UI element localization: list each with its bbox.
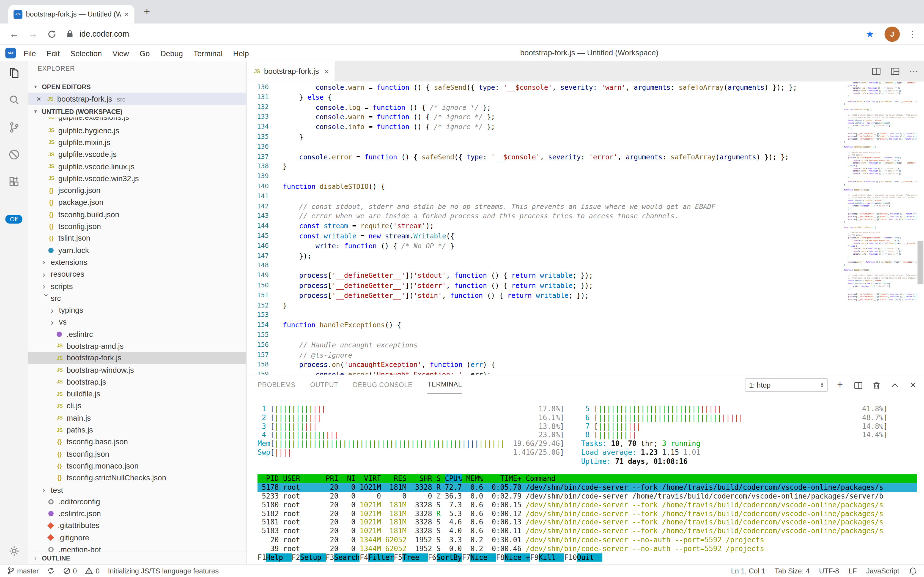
- settings-gear-icon[interactable]: [7, 544, 21, 558]
- forward-icon[interactable]: →: [28, 29, 38, 39]
- more-actions-icon[interactable]: ⋯: [909, 66, 918, 77]
- panel-tab-output[interactable]: OUTPUT: [310, 376, 338, 393]
- open-editor-item[interactable]: × JS bootstrap-fork.js src: [28, 92, 246, 105]
- file-tree-item[interactable]: .gitignore: [28, 532, 246, 543]
- file-tree-item[interactable]: JSbuildfile.js: [28, 388, 246, 400]
- browser-tab[interactable]: </> bootstrap-fork.js — Untitled (W ×: [8, 5, 134, 24]
- file-tree-item[interactable]: {}jsconfig.json: [28, 184, 246, 196]
- browser-menu-icon[interactable]: ⋮: [908, 29, 917, 39]
- menu-edit[interactable]: Edit: [41, 49, 65, 58]
- file-tree-item[interactable]: {}package.json: [28, 196, 246, 208]
- file-tree-item[interactable]: {}tsconfig.base.json: [28, 436, 246, 448]
- code-line[interactable]: const writable = new stream.Writable({: [283, 231, 842, 241]
- minimap[interactable]: console.warn = function () { safeSend({ …: [844, 82, 917, 301]
- code-line[interactable]: }: [283, 301, 842, 311]
- file-tree-item[interactable]: ›scripts: [28, 280, 246, 292]
- file-tree-item[interactable]: JScli.js: [28, 400, 246, 412]
- file-tree-item[interactable]: JSgulpfile.vscode.linux.js: [28, 161, 246, 172]
- file-tree-item[interactable]: JSgulpfile.extensions.js: [28, 117, 246, 124]
- code-line[interactable]: }: [283, 132, 842, 142]
- file-tree-item[interactable]: yarn.lock: [28, 244, 246, 256]
- file-tree-item[interactable]: .eslintrc.json: [28, 508, 246, 519]
- status-javascript[interactable]: JavaScript: [866, 567, 899, 575]
- code-line[interactable]: console.info = function () { /* ignore *…: [283, 122, 842, 132]
- file-tree-item[interactable]: JSpaths.js: [28, 424, 246, 436]
- code-line[interactable]: function disableSTDIO() {: [283, 182, 842, 192]
- notifications-bell-icon[interactable]: [909, 567, 917, 575]
- file-tree-item[interactable]: JSgulpfile.mixin.js: [28, 137, 246, 148]
- code-line[interactable]: } else {: [283, 92, 842, 102]
- code-line[interactable]: console.log = function () { /* ignore */…: [283, 102, 842, 112]
- sync-status[interactable]: [47, 567, 55, 575]
- file-tree-item[interactable]: {}tsconfig.monaco.json: [28, 460, 246, 472]
- kill-terminal-trash-icon[interactable]: [871, 380, 881, 390]
- close-panel-icon[interactable]: ×: [908, 380, 918, 390]
- file-tree-item[interactable]: ›resources: [28, 268, 246, 280]
- file-tree-item[interactable]: .gitattributes: [28, 520, 246, 532]
- code-line[interactable]: [283, 142, 842, 152]
- menu-terminal[interactable]: Terminal: [188, 49, 228, 58]
- debug-icon[interactable]: [7, 148, 21, 161]
- errors-status[interactable]: 0: [63, 567, 77, 575]
- file-tree-item[interactable]: {}tsconfig.json: [28, 220, 246, 232]
- code-line[interactable]: write: function () { /* No OP */ }: [283, 241, 842, 251]
- file-tree-item[interactable]: {}tsconfig.strictNullChecks.json: [28, 472, 246, 484]
- file-tree-item[interactable]: ›extensions: [28, 256, 246, 268]
- file-tree-item[interactable]: JSbootstrap-fork.js: [28, 352, 246, 364]
- code-line[interactable]: [283, 192, 842, 201]
- file-tree-item[interactable]: JSgulpfile.vscode.js: [28, 148, 246, 160]
- code-line[interactable]: // Handle uncaught exceptions: [283, 340, 842, 350]
- menu-go[interactable]: Go: [134, 49, 155, 58]
- code-line[interactable]: [283, 311, 842, 321]
- code-line[interactable]: process['__defineGetter__']('stdout', fu…: [283, 271, 842, 281]
- split-editor-icon[interactable]: [871, 66, 881, 76]
- code-line[interactable]: console.error('Uncaught Exception: ', er…: [283, 370, 842, 375]
- code-line[interactable]: process.on('uncaughtException', function…: [283, 360, 842, 370]
- new-tab-button[interactable]: +: [144, 5, 150, 18]
- search-icon[interactable]: [7, 93, 21, 107]
- file-tree-item[interactable]: ›typings: [28, 304, 246, 316]
- terminal[interactable]: 1 [|||||||||||| 17.8%] 5 [||||||||||||||…: [257, 396, 917, 562]
- new-terminal-icon[interactable]: +: [835, 380, 845, 390]
- file-tree-item[interactable]: .eslintrc: [28, 328, 246, 340]
- extensions-icon[interactable]: [7, 174, 21, 189]
- file-tree-item[interactable]: {}tsconfig.json: [28, 448, 246, 460]
- panel-tab-problems[interactable]: PROBLEMS: [257, 376, 296, 393]
- file-tree-item[interactable]: ›vs: [28, 316, 246, 328]
- back-icon[interactable]: ←: [10, 29, 19, 39]
- close-tab-icon[interactable]: ×: [324, 66, 329, 76]
- close-editor-icon[interactable]: ×: [37, 94, 46, 103]
- code-line[interactable]: function handleExceptions() {: [283, 321, 842, 330]
- menu-selection[interactable]: Selection: [65, 49, 107, 58]
- editor-tab[interactable]: JS bootstrap-fork.js ×: [247, 61, 336, 82]
- maximize-panel-icon[interactable]: [890, 380, 900, 390]
- off-toggle-badge[interactable]: Off: [5, 215, 22, 224]
- bookmark-star-icon[interactable]: ★: [866, 29, 874, 39]
- code-line[interactable]: const stream = require('stream');: [283, 221, 842, 231]
- code-line[interactable]: }: [283, 162, 842, 172]
- menu-view[interactable]: View: [107, 49, 134, 58]
- source-control-icon[interactable]: [7, 120, 21, 134]
- tab-close-icon[interactable]: ×: [124, 10, 129, 19]
- code-editor[interactable]: 1301311321331341351361371381391401411421…: [247, 82, 924, 375]
- editor-layout-icon[interactable]: [890, 66, 900, 76]
- outline-header[interactable]: › OUTLINE: [28, 552, 246, 564]
- status-lf[interactable]: LF: [848, 567, 857, 575]
- code-line[interactable]: [283, 261, 842, 271]
- code-line[interactable]: [283, 330, 842, 340]
- status-ln-1-col-1[interactable]: Ln 1, Col 1: [731, 567, 765, 575]
- browser-avatar[interactable]: J: [884, 26, 900, 42]
- file-tree-item[interactable]: JSbootstrap-window.js: [28, 364, 246, 376]
- split-terminal-icon[interactable]: [853, 380, 863, 390]
- file-tree-item[interactable]: .editorconfig: [28, 496, 246, 508]
- file-tree-item[interactable]: {}tslint.json: [28, 232, 246, 244]
- code-line[interactable]: // error when we are inside a forked pro…: [283, 211, 842, 221]
- status-utf-8[interactable]: UTF-8: [819, 567, 839, 575]
- open-editors-header[interactable]: ▾ OPEN EDITORS: [28, 80, 246, 92]
- menu-file[interactable]: File: [18, 49, 41, 58]
- code-line[interactable]: process['__defineGetter__']('stderr', fu…: [283, 281, 842, 291]
- warnings-status[interactable]: 0: [85, 567, 100, 575]
- code-line[interactable]: // @ts-ignore: [283, 350, 842, 360]
- status-tab-size-4[interactable]: Tab Size: 4: [775, 567, 810, 575]
- code-line[interactable]: // const stdout, stderr and stdin be no-…: [283, 201, 842, 211]
